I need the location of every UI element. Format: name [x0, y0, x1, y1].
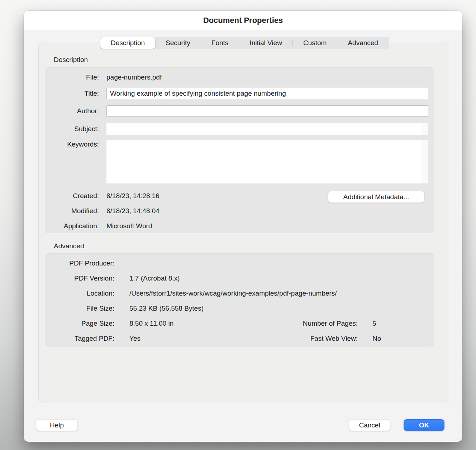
- application-row: Application: Microsoft Word: [45, 221, 434, 231]
- application-label: Application:: [45, 222, 99, 230]
- modified-row: Modified: 8/18/23, 14:48:04: [45, 206, 434, 216]
- pdf-version-value: 1.7 (Acrobat 8.x): [129, 274, 434, 282]
- subject-input[interactable]: [106, 123, 428, 135]
- tab-description[interactable]: Description: [100, 37, 155, 49]
- modified-label: Modified:: [45, 207, 99, 215]
- tab-initial-view[interactable]: Initial View: [239, 37, 292, 49]
- application-value: Microsoft Word: [106, 222, 434, 230]
- help-button[interactable]: Help: [36, 419, 78, 431]
- author-label: Author:: [45, 107, 99, 115]
- description-section-heading: Description: [54, 56, 88, 64]
- dialog-titlebar[interactable]: Document Properties: [24, 11, 462, 30]
- file-size-value: 55.23 KB (56,558 Bytes): [129, 305, 434, 312]
- keywords-row: Keywords:: [45, 140, 434, 185]
- tab-advanced[interactable]: Advanced: [337, 37, 389, 49]
- subject-scrollbar-track[interactable]: [421, 123, 428, 135]
- file-row: File: page-numbers.pdf: [45, 72, 434, 82]
- advanced-section-heading: Advanced: [54, 242, 84, 250]
- cancel-button[interactable]: Cancel: [349, 419, 390, 431]
- tab-security[interactable]: Security: [155, 37, 201, 49]
- dialog-title: Document Properties: [203, 16, 283, 25]
- tab-fonts[interactable]: Fonts: [201, 37, 239, 49]
- additional-metadata-button[interactable]: Additional Metadata...: [328, 191, 424, 203]
- author-input[interactable]: [106, 105, 428, 117]
- modified-value: 8/18/23, 14:48:04: [106, 207, 434, 215]
- subject-label: Subject:: [45, 125, 99, 133]
- keywords-scrollbar-track[interactable]: [421, 140, 428, 183]
- title-input[interactable]: [106, 88, 428, 99]
- location-value: /Users/fstorr1/sites-work/wcag/working-e…: [129, 289, 434, 297]
- pdf-version-label: PDF Version:: [45, 274, 114, 282]
- fast-web-view-row: Fast Web View: No: [275, 334, 432, 344]
- author-row: Author:: [45, 105, 434, 118]
- tab-bar: Description Security Fonts Initial View …: [100, 37, 389, 49]
- file-label: File:: [45, 73, 99, 81]
- title-row: Title:: [45, 87, 434, 100]
- location-label: Location:: [45, 289, 114, 297]
- tab-custom[interactable]: Custom: [293, 37, 337, 49]
- advanced-groupbox: PDF Producer: PDF Version: 1.7 (Acrobat …: [45, 253, 434, 346]
- keywords-textarea[interactable]: [106, 140, 428, 183]
- number-of-pages-value: 5: [372, 320, 432, 327]
- file-size-row: File Size: 55.23 KB (56,558 Bytes): [45, 303, 434, 313]
- file-value: page-numbers.pdf: [106, 73, 434, 81]
- page-size-label: Page Size:: [45, 320, 114, 327]
- fast-web-view-label: Fast Web View:: [275, 335, 358, 343]
- created-label: Created:: [45, 192, 99, 200]
- location-row: Location: /Users/fstorr1/sites-work/wcag…: [45, 288, 434, 298]
- number-of-pages-label: Number of Pages:: [275, 320, 358, 327]
- title-label: Title:: [45, 90, 99, 97]
- file-size-label: File Size:: [45, 305, 114, 312]
- pdf-version-row: PDF Version: 1.7 (Acrobat 8.x): [45, 273, 434, 283]
- ok-button[interactable]: OK: [404, 419, 444, 431]
- subject-row: Subject:: [45, 123, 434, 135]
- pdf-producer-label: PDF Producer:: [45, 259, 114, 267]
- keywords-label: Keywords:: [45, 140, 99, 148]
- document-properties-dialog: Document Properties Description Security…: [24, 11, 462, 442]
- fast-web-view-value: No: [372, 335, 432, 343]
- pdf-producer-row: PDF Producer:: [45, 258, 434, 268]
- number-of-pages-row: Number of Pages: 5: [275, 319, 432, 329]
- description-groupbox: File: page-numbers.pdf Title: Author: Su…: [45, 67, 434, 233]
- tagged-pdf-label: Tagged PDF:: [45, 335, 114, 343]
